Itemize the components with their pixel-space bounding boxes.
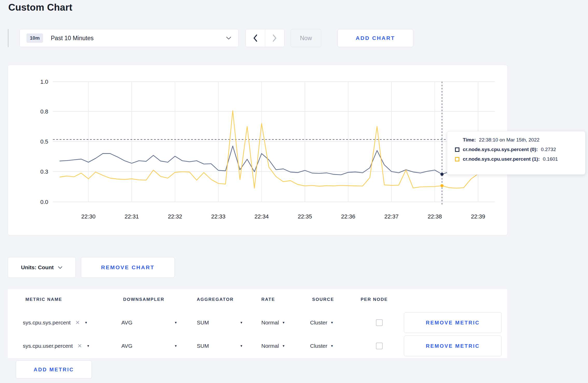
timeseries-chart: 0.00.30.50.81.022:3022:3122:3222:3322:34… (8, 65, 508, 236)
metrics-table: METRIC NAME DOWNSAMPLER AGGREGATOR RATE … (8, 289, 507, 358)
downsampler-select[interactable]: AVG ▼ (121, 334, 177, 358)
remove-metric-button[interactable]: REMOVE METRIC (404, 312, 502, 333)
units-label: Units: Count (21, 264, 54, 271)
svg-text:22:35: 22:35 (298, 213, 312, 220)
tooltip-series-row: cr.node.sys.cpu.sys.percent (0): 0.2732 (455, 147, 585, 152)
svg-text:22:34: 22:34 (254, 213, 269, 220)
downsampler-select[interactable]: AVG ▼ (121, 311, 177, 334)
column-header-aggregator: AGGREGATOR (197, 297, 234, 302)
add-chart-button[interactable]: ADD CHART (338, 29, 413, 47)
svg-text:22:30: 22:30 (81, 213, 95, 220)
caret-down-icon: ▼ (331, 321, 334, 324)
chevron-right-icon (272, 34, 277, 42)
clear-metric-icon[interactable]: ✕ (75, 320, 80, 326)
tooltip-series-name: cr.node.sys.cpu.user.percent (1): (463, 156, 540, 162)
user-series-swatch-icon (455, 157, 459, 161)
time-range-badge: 10m (26, 33, 43, 43)
svg-text:22:37: 22:37 (384, 213, 398, 220)
aggregator-select[interactable]: SUM ▼ (197, 334, 243, 358)
page-title: Custom Chart (8, 2, 72, 13)
tooltip-time-value: 22:38:10 on Mar 15th, 2022 (479, 137, 539, 143)
time-range-label: Past 10 Minutes (51, 35, 94, 42)
caret-down-icon: ▼ (240, 321, 243, 324)
svg-text:22:39: 22:39 (471, 213, 485, 220)
previous-time-button[interactable] (246, 29, 265, 47)
caret-down-icon: ▼ (174, 321, 177, 324)
chevron-down-icon (58, 266, 62, 269)
caret-down-icon: ▼ (87, 344, 90, 348)
svg-text:22:38: 22:38 (428, 213, 442, 220)
metric-name-value: sys.cpu.sys.percent (23, 320, 71, 326)
next-time-button[interactable] (265, 29, 284, 47)
svg-text:0.5: 0.5 (40, 138, 48, 145)
remove-chart-button[interactable]: REMOVE CHART (81, 257, 175, 278)
svg-text:22:32: 22:32 (168, 213, 182, 220)
caret-down-icon: ▼ (282, 344, 285, 348)
tooltip-series-name: cr.node.sys.cpu.sys.percent (0): (463, 147, 538, 152)
metric-name-select[interactable]: sys.cpu.user.percent ✕ ▼ (23, 334, 90, 358)
per-node-checkbox[interactable] (376, 343, 383, 349)
chevron-down-icon (226, 36, 232, 40)
tooltip-time-label: Time: (463, 137, 476, 143)
source-select[interactable]: Cluster ▼ (310, 334, 333, 358)
add-metric-button[interactable]: ADD METRIC (16, 360, 92, 379)
aggregator-select[interactable]: SUM ▼ (197, 311, 243, 334)
column-header-rate: RATE (261, 297, 275, 302)
column-header-metric-name: METRIC NAME (25, 297, 62, 302)
column-header-downsampler: DOWNSAMPLER (123, 297, 164, 302)
tooltip-time-row: Time: 22:38:10 on Mar 15th, 2022 (455, 137, 585, 143)
clear-metric-icon[interactable]: ✕ (78, 343, 82, 349)
units-dropdown[interactable]: Units: Count (8, 257, 76, 278)
toolbar-divider (8, 29, 9, 47)
rate-select[interactable]: Normal ▼ (261, 334, 285, 358)
source-select[interactable]: Cluster ▼ (310, 311, 333, 334)
now-button[interactable]: Now (291, 29, 321, 47)
time-range-dropdown[interactable]: 10m Past 10 Minutes (19, 29, 239, 47)
remove-metric-button[interactable]: REMOVE METRIC (404, 336, 502, 356)
metric-name-value: sys.cpu.user.percent (23, 343, 73, 349)
caret-down-icon: ▼ (331, 344, 334, 348)
metric-name-select[interactable]: sys.cpu.sys.percent ✕ ▼ (23, 311, 88, 334)
svg-text:22:31: 22:31 (124, 213, 139, 220)
column-header-per-node: PER NODE (361, 297, 388, 302)
svg-text:0.8: 0.8 (40, 108, 48, 115)
column-header-source: SOURCE (312, 297, 334, 302)
caret-down-icon: ▼ (174, 344, 177, 348)
chart-hover-tooltip: Time: 22:38:10 on Mar 15th, 2022 cr.node… (447, 131, 585, 175)
tooltip-series-value: 0.2732 (541, 147, 556, 152)
svg-text:1.0: 1.0 (40, 79, 48, 85)
time-step-button-group (246, 29, 284, 47)
table-row: sys.cpu.sys.percent ✕ ▼ AVG ▼ SUM ▼ Norm… (8, 311, 507, 334)
svg-text:0.3: 0.3 (40, 168, 48, 175)
table-row: sys.cpu.user.percent ✕ ▼ AVG ▼ SUM ▼ Nor… (8, 334, 507, 358)
caret-down-icon: ▼ (282, 321, 285, 324)
caret-down-icon: ▼ (240, 344, 243, 348)
chart-panel[interactable]: 0.00.30.50.81.022:3022:3122:3222:3322:34… (8, 65, 508, 235)
caret-down-icon: ▼ (85, 321, 88, 324)
chevron-left-icon (253, 34, 258, 42)
rate-select[interactable]: Normal ▼ (261, 311, 285, 334)
svg-text:22:33: 22:33 (211, 213, 225, 220)
sys-series-swatch-icon (455, 147, 459, 152)
tooltip-series-value: 0.1601 (543, 156, 558, 162)
per-node-checkbox[interactable] (376, 319, 383, 326)
svg-text:0.0: 0.0 (40, 199, 48, 205)
tooltip-series-row: cr.node.sys.cpu.user.percent (1): 0.1601 (455, 156, 585, 162)
svg-text:22:36: 22:36 (341, 213, 355, 220)
